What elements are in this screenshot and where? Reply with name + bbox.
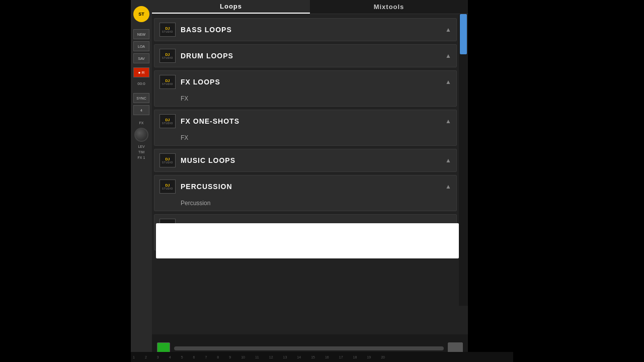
chevron-bass: ▲ (445, 26, 451, 33)
dj-badge-musicloops: DJ STUDIO (159, 153, 176, 167)
tab-mixtools[interactable]: Mixtools (310, 0, 468, 14)
category-fx-oneshots[interactable]: DJ STUDIO FX ONE-SHOTS ▲ FX (154, 110, 457, 146)
category-name-fxoneshots: FX ONE-SHOTS (181, 117, 441, 125)
category-sub-percussion: Percussion (154, 198, 456, 211)
left-sidebar: ST NEW LOA SAV ● R 00:0 SYNC 4 FX LEV TI… (131, 0, 152, 362)
left-black-panel (0, 0, 131, 362)
dj-badge-drum: DJ STUDIO (159, 49, 176, 63)
tab-bar: Loops Mixtools (152, 0, 468, 14)
chevron-fxloops: ▲ (445, 78, 451, 85)
fx-knob[interactable] (134, 128, 148, 142)
chevron-percussion: ▲ (445, 183, 451, 190)
category-list: DJ STUDIO BASS LOOPS ▲ DJ STUDIO DRUM LO… (152, 16, 468, 294)
category-sub-fxloops: FX (154, 93, 456, 106)
scrollbar[interactable] (459, 14, 468, 306)
sync-button[interactable]: SYNC (133, 93, 149, 103)
beat-display: 4 (133, 105, 149, 115)
bottom-white-area (156, 223, 459, 258)
category-name-bass: BASS LOOPS (181, 26, 441, 34)
fx1-label: FX 1 (138, 156, 145, 159)
ruler-marks: 12345 678910 1112131415 1617181920 (133, 355, 385, 359)
category-drum-loops[interactable]: DJ STUDIO DRUM LOOPS ▲ (154, 44, 457, 67)
load-button[interactable]: LOA (133, 41, 149, 51)
category-name-percussion: PERCUSSION (181, 183, 441, 191)
timer-display: 00:0 (137, 81, 145, 86)
category-music-loops[interactable]: DJ STUDIO MUSIC LOOPS ▲ (154, 149, 457, 172)
lev-label: LEV (138, 145, 144, 148)
ruler: 12345 678910 1112131415 1617181920 (131, 352, 513, 362)
dj-badge-percussion: DJ STUDIO (159, 179, 176, 194)
scrollbar-thumb[interactable] (460, 14, 467, 54)
tim-label: TIM (138, 150, 144, 154)
dj-badge-bass: DJ STUDIO (159, 23, 176, 37)
dj-badge-fxloops: DJ STUDIO (159, 75, 176, 89)
transport-slider[interactable] (174, 346, 444, 350)
tab-loops[interactable]: Loops (152, 0, 310, 14)
chevron-fxoneshots: ▲ (445, 118, 451, 125)
app-logo: ST (133, 6, 149, 22)
category-name-musicloops: MUSIC LOOPS (181, 156, 441, 164)
category-sub-fxoneshots: FX (154, 132, 456, 145)
right-black-panel (513, 0, 644, 362)
category-name-fxloops: FX LOOPS (181, 78, 441, 86)
record-button[interactable]: ● R (133, 67, 149, 77)
chevron-drum: ▲ (445, 52, 451, 59)
category-fx-loops[interactable]: DJ STUDIO FX LOOPS ▲ FX (154, 70, 457, 107)
save-button[interactable]: SAV (133, 53, 149, 63)
category-percussion[interactable]: DJ STUDIO PERCUSSION ▲ Percussion (154, 175, 457, 211)
logo-area: ST (132, 4, 150, 24)
new-button[interactable]: NEW (133, 29, 149, 39)
main-content: Loops Mixtools DJ STUDIO BASS LOOPS ▲ (152, 0, 468, 362)
fx-label: FX (139, 121, 144, 125)
chevron-musicloops: ▲ (445, 157, 451, 164)
category-bass-loops[interactable]: DJ STUDIO BASS LOOPS ▲ (154, 18, 457, 41)
dj-badge-fxoneshots: DJ STUDIO (159, 114, 176, 128)
category-name-drum: DRUM LOOPS (181, 52, 441, 60)
